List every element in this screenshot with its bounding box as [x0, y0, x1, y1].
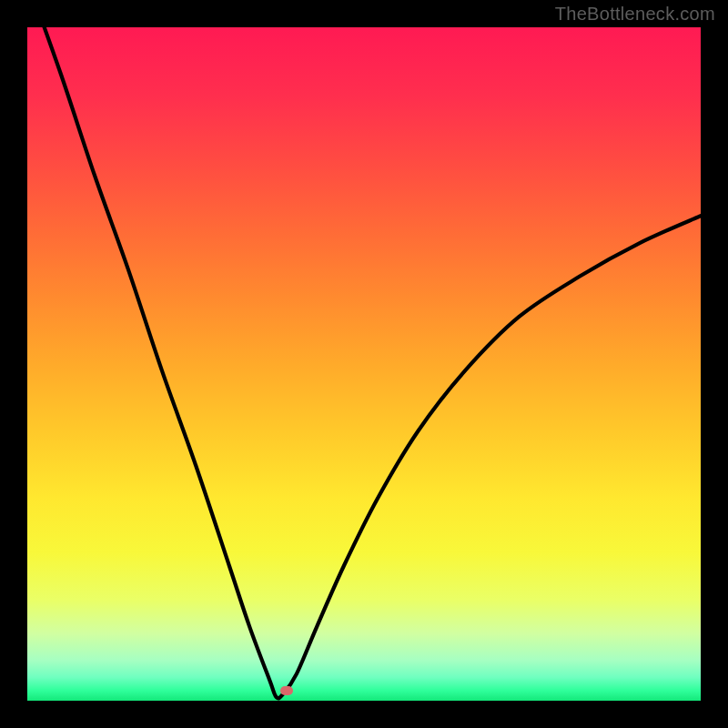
watermark-text: TheBottleneck.com	[555, 4, 715, 25]
chart-frame: TheBottleneck.com	[0, 0, 728, 728]
optimum-marker	[280, 686, 293, 695]
plot-area	[27, 27, 701, 701]
bottleneck-curve	[27, 27, 701, 701]
